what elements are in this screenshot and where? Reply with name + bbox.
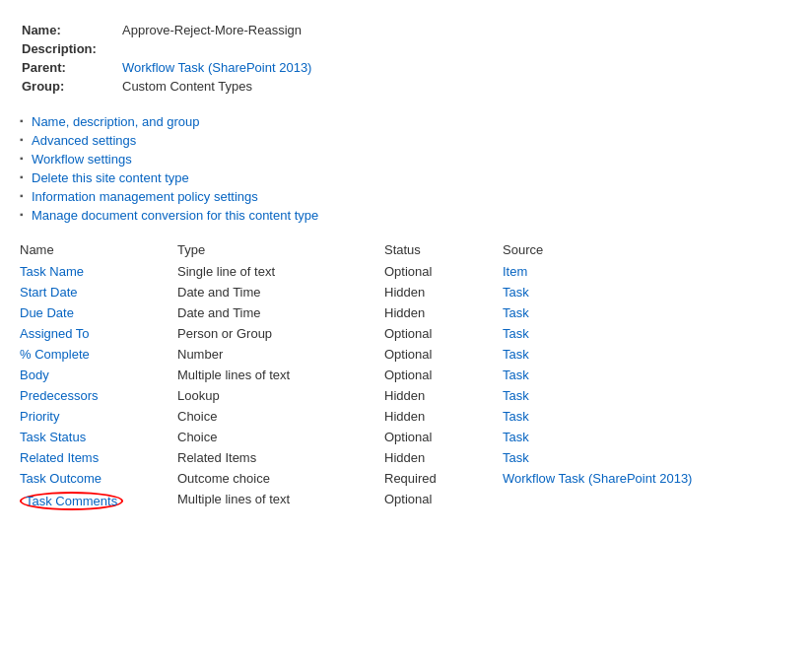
table-row: PriorityChoiceHiddenTask — [20, 406, 792, 427]
columns-section: NameTypeStatusSource Task NameSingle lin… — [20, 240, 792, 513]
column-name-link[interactable]: Related Items — [20, 450, 99, 465]
column-source-link[interactable]: Task — [503, 326, 529, 341]
info-value — [122, 40, 311, 57]
settings-list-item: Information management policy settings — [20, 187, 792, 206]
settings-list-item: Workflow settings — [20, 150, 792, 168]
column-type: Outcome choice — [177, 468, 384, 489]
column-type: Date and Time — [177, 302, 384, 323]
table-row: Start DateDate and TimeHiddenTask — [20, 282, 792, 302]
settings-link[interactable]: Delete this site content type — [32, 170, 189, 185]
column-header-source: Source — [503, 240, 792, 261]
column-type: Multiple lines of text — [177, 489, 384, 513]
table-row: % CompleteNumberOptionalTask — [20, 344, 792, 365]
column-type: Choice — [177, 427, 384, 447]
column-name-link[interactable]: Task Status — [20, 430, 86, 444]
column-type: Multiple lines of text — [177, 365, 384, 385]
page-content: Name:Approve-Reject-More-ReassignDescrip… — [20, 20, 792, 513]
column-name-link[interactable]: Task Outcome — [20, 471, 102, 486]
column-source-link[interactable]: Item — [503, 264, 527, 279]
info-label: Parent: — [22, 59, 120, 76]
column-type: Related Items — [177, 447, 384, 468]
settings-list-item: Delete this site content type — [20, 168, 792, 187]
settings-list-item: Advanced settings — [20, 131, 792, 150]
table-row: Task NameSingle line of textOptionalItem — [20, 261, 792, 282]
info-value: Workflow Task (SharePoint 2013) — [122, 59, 311, 76]
settings-section: Name, description, and groupAdvanced set… — [20, 112, 792, 225]
column-type: Lookup — [177, 385, 384, 406]
column-status: Hidden — [384, 282, 503, 302]
table-row: Related ItemsRelated ItemsHiddenTask — [20, 447, 792, 468]
settings-link[interactable]: Advanced settings — [32, 133, 136, 148]
column-source — [503, 489, 792, 513]
column-source-link[interactable]: Task — [503, 368, 529, 382]
info-value: Custom Content Types — [122, 78, 311, 95]
settings-link[interactable]: Manage document conversion for this cont… — [32, 208, 318, 223]
column-status: Optional — [384, 261, 503, 282]
table-row: Task CommentsMultiple lines of textOptio… — [20, 489, 792, 513]
column-header-status: Status — [384, 240, 503, 261]
column-type: Person or Group — [177, 323, 384, 344]
column-name-link[interactable]: Start Date — [20, 285, 78, 300]
column-header-name: Name — [20, 240, 177, 261]
settings-list-item: Name, description, and group — [20, 112, 792, 131]
column-name-link[interactable]: % Complete — [20, 347, 90, 362]
column-source-link[interactable]: Task — [503, 450, 529, 465]
info-label: Group: — [22, 78, 120, 95]
info-label: Description: — [22, 40, 120, 57]
info-label: Name: — [22, 22, 120, 38]
settings-list-item: Manage document conversion for this cont… — [20, 206, 792, 225]
info-value: Approve-Reject-More-Reassign — [122, 22, 311, 38]
column-source-link[interactable]: Task — [503, 388, 529, 403]
column-type: Choice — [177, 406, 384, 427]
column-status: Hidden — [384, 385, 503, 406]
table-row: PredecessorsLookupHiddenTask — [20, 385, 792, 406]
column-status: Optional — [384, 427, 503, 447]
column-name-link[interactable]: Body — [20, 368, 49, 382]
column-name-link[interactable]: Priority — [20, 409, 59, 424]
column-status: Optional — [384, 365, 503, 385]
table-row: Task StatusChoiceOptionalTask — [20, 427, 792, 447]
column-status: Optional — [384, 323, 503, 344]
column-source-link[interactable]: Task — [503, 347, 529, 362]
column-status: Hidden — [384, 302, 503, 323]
column-name-link[interactable]: Assigned To — [20, 326, 90, 341]
column-source-link[interactable]: Task — [503, 409, 529, 424]
column-status: Optional — [384, 489, 503, 513]
column-type: Single line of text — [177, 261, 384, 282]
settings-link[interactable]: Information management policy settings — [32, 189, 258, 204]
column-source-link[interactable]: Workflow Task (SharePoint 2013) — [503, 471, 692, 486]
column-name-link[interactable]: Due Date — [20, 305, 74, 320]
column-name-link[interactable]: Predecessors — [20, 388, 98, 403]
table-row: Due DateDate and TimeHiddenTask — [20, 302, 792, 323]
settings-link[interactable]: Name, description, and group — [32, 114, 200, 129]
table-row: Task OutcomeOutcome choiceRequiredWorkfl… — [20, 468, 792, 489]
site-content-type-header: Name:Approve-Reject-More-ReassignDescrip… — [20, 20, 792, 97]
column-type: Date and Time — [177, 282, 384, 302]
table-row: BodyMultiple lines of textOptionalTask — [20, 365, 792, 385]
column-status: Hidden — [384, 406, 503, 427]
settings-link[interactable]: Workflow settings — [32, 152, 132, 167]
column-source-link[interactable]: Task — [503, 305, 529, 320]
column-header-type: Type — [177, 240, 384, 261]
column-status: Hidden — [384, 447, 503, 468]
column-source-link[interactable]: Task — [503, 285, 529, 300]
column-source-link[interactable]: Task — [503, 430, 529, 444]
column-name-link[interactable]: Task Name — [20, 264, 84, 279]
column-type: Number — [177, 344, 384, 365]
circled-name: Task Comments — [20, 492, 123, 510]
column-status: Required — [384, 468, 503, 489]
table-row: Assigned ToPerson or GroupOptionalTask — [20, 323, 792, 344]
info-link[interactable]: Workflow Task (SharePoint 2013) — [122, 60, 311, 75]
column-status: Optional — [384, 344, 503, 365]
column-name-link[interactable]: Task Comments — [26, 494, 117, 508]
